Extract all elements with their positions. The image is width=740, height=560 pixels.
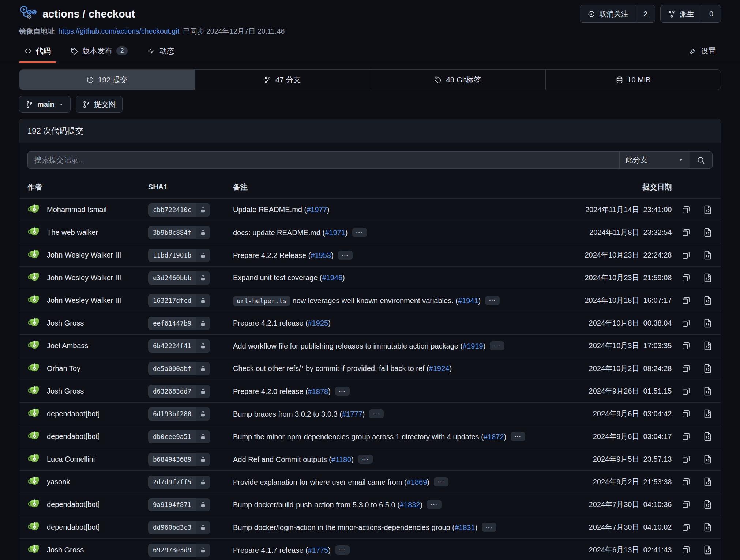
commit-sha[interactable]: b684943689: [148, 453, 196, 466]
pr-link[interactable]: #1832: [400, 501, 420, 509]
expand-commit-button[interactable]: ···: [427, 500, 442, 509]
pr-link[interactable]: #1869: [407, 478, 427, 486]
browse-source-button[interactable]: [703, 454, 713, 464]
tab-releases[interactable]: 版本发布 2: [65, 41, 133, 63]
commit-sha[interactable]: 6d193bf280: [148, 407, 196, 421]
commit-sha[interactable]: 6b42224f41: [148, 339, 196, 353]
commit-sha-badge[interactable]: 11bd71901b: [148, 249, 210, 262]
pr-link[interactable]: #1946: [322, 274, 342, 282]
pr-link[interactable]: #1777: [342, 410, 363, 418]
browse-source-button[interactable]: [703, 205, 713, 215]
commit-sha-badge[interactable]: 6b42224f41: [148, 339, 210, 353]
watchers-count[interactable]: 2: [636, 5, 655, 22]
expand-commit-button[interactable]: ···: [490, 341, 504, 350]
mirror-url-link[interactable]: https://github.com/actions/checkout.git: [59, 27, 180, 35]
expand-commit-button[interactable]: ···: [434, 477, 448, 486]
copy-sha-button[interactable]: [681, 273, 691, 283]
commit-sha-badge[interactable]: d632683dd7: [148, 385, 210, 398]
stat-size[interactable]: 10 MiB: [545, 70, 721, 90]
copy-sha-button[interactable]: [681, 318, 691, 328]
commit-sha[interactable]: 692973e3d9: [148, 544, 196, 557]
commit-sha-badge[interactable]: eef61447b9: [148, 317, 210, 330]
expand-commit-button[interactable]: ···: [338, 251, 353, 260]
browse-source-button[interactable]: [703, 545, 713, 555]
browse-source-button[interactable]: [703, 522, 713, 532]
commit-search-input[interactable]: [28, 152, 619, 168]
stat-branches[interactable]: 47 分支: [195, 70, 370, 90]
pr-link[interactable]: #1831: [455, 523, 475, 531]
branch-selector[interactable]: main: [19, 96, 71, 113]
commit-sha[interactable]: 11bd71901b: [148, 249, 196, 262]
commit-sha-badge[interactable]: de5a000abf: [148, 362, 210, 375]
commit-sha[interactable]: e3d2460bbb: [148, 271, 196, 285]
browse-source-button[interactable]: [703, 273, 713, 283]
commit-sha[interactable]: db0cee9a51: [148, 430, 196, 443]
expand-commit-button[interactable]: ···: [335, 387, 350, 396]
commit-sha[interactable]: d632683dd7: [148, 385, 196, 398]
browse-source-button[interactable]: [703, 318, 713, 328]
copy-sha-button[interactable]: [681, 228, 691, 237]
expand-commit-button[interactable]: ···: [482, 523, 496, 532]
pr-link[interactable]: #1180: [331, 455, 351, 463]
branch-scope-select[interactable]: 此分支: [619, 152, 690, 168]
commit-graph-button[interactable]: 提交图: [76, 96, 123, 113]
commit-sha[interactable]: 163217dfcd: [148, 294, 196, 307]
commit-sha-badge[interactable]: db0cee9a51: [148, 430, 210, 443]
copy-sha-button[interactable]: [681, 477, 691, 487]
expand-commit-button[interactable]: ···: [511, 432, 525, 441]
expand-commit-button[interactable]: ···: [358, 455, 373, 464]
pr-link[interactable]: #1953: [311, 251, 331, 259]
copy-sha-button[interactable]: [681, 500, 691, 510]
pr-link[interactable]: #1925: [308, 319, 328, 327]
commit-sha-badge[interactable]: cbb722410c: [148, 203, 210, 217]
browse-source-button[interactable]: [703, 364, 713, 373]
browse-source-button[interactable]: [703, 432, 713, 441]
copy-sha-button[interactable]: [681, 296, 691, 305]
commit-sha-badge[interactable]: 163217dfcd: [148, 294, 210, 307]
pr-link[interactable]: #1971: [325, 229, 345, 237]
copy-sha-button[interactable]: [681, 250, 691, 260]
tab-activity[interactable]: 动态: [142, 41, 179, 63]
copy-sha-button[interactable]: [681, 454, 691, 464]
pr-link[interactable]: #1919: [463, 342, 483, 350]
copy-sha-button[interactable]: [681, 545, 691, 555]
browse-source-button[interactable]: [703, 409, 713, 419]
tab-code[interactable]: 代码: [19, 41, 56, 63]
stat-commits[interactable]: 192 提交: [19, 70, 195, 90]
expand-commit-button[interactable]: ···: [369, 409, 384, 418]
pr-link[interactable]: #1775: [308, 546, 328, 554]
pr-link[interactable]: #1924: [429, 364, 450, 372]
commit-sha[interactable]: 9a9194f871: [148, 498, 196, 511]
pr-link[interactable]: #1878: [308, 387, 328, 395]
browse-source-button[interactable]: [703, 341, 713, 351]
search-button[interactable]: [690, 152, 712, 168]
commit-sha-badge[interactable]: 6d193bf280: [148, 407, 210, 421]
commit-sha[interactable]: 2d7d9f7ff5: [148, 476, 196, 489]
pr-link[interactable]: #1977: [307, 206, 327, 214]
browse-source-button[interactable]: [703, 250, 713, 260]
browse-source-button[interactable]: [703, 500, 713, 510]
pr-link[interactable]: #1872: [484, 433, 504, 441]
copy-sha-button[interactable]: [681, 364, 691, 373]
commit-sha-badge[interactable]: 2d7d9f7ff5: [148, 476, 210, 489]
commit-sha[interactable]: dd960bd3c3: [148, 521, 196, 534]
browse-source-button[interactable]: [703, 477, 713, 487]
copy-sha-button[interactable]: [681, 386, 691, 396]
commit-sha[interactable]: eef61447b9: [148, 317, 196, 330]
fork-button[interactable]: 派生 0: [660, 5, 721, 23]
commit-sha-badge[interactable]: b684943689: [148, 453, 210, 466]
expand-commit-button[interactable]: ···: [485, 296, 500, 305]
unwatch-button[interactable]: 取消关注 2: [580, 5, 655, 23]
commit-sha-badge[interactable]: e3d2460bbb: [148, 271, 210, 285]
tab-settings[interactable]: 设置: [684, 41, 721, 63]
browse-source-button[interactable]: [703, 228, 713, 237]
expand-commit-button[interactable]: ···: [335, 545, 350, 555]
copy-sha-button[interactable]: [681, 409, 691, 419]
browse-source-button[interactable]: [703, 386, 713, 396]
copy-sha-button[interactable]: [681, 432, 691, 441]
browse-source-button[interactable]: [703, 296, 713, 305]
copy-sha-button[interactable]: [681, 341, 691, 351]
pr-link[interactable]: #1941: [458, 297, 478, 305]
commit-sha-badge[interactable]: 692973e3d9: [148, 544, 210, 557]
stat-tags[interactable]: 49 Git标签: [370, 70, 545, 90]
